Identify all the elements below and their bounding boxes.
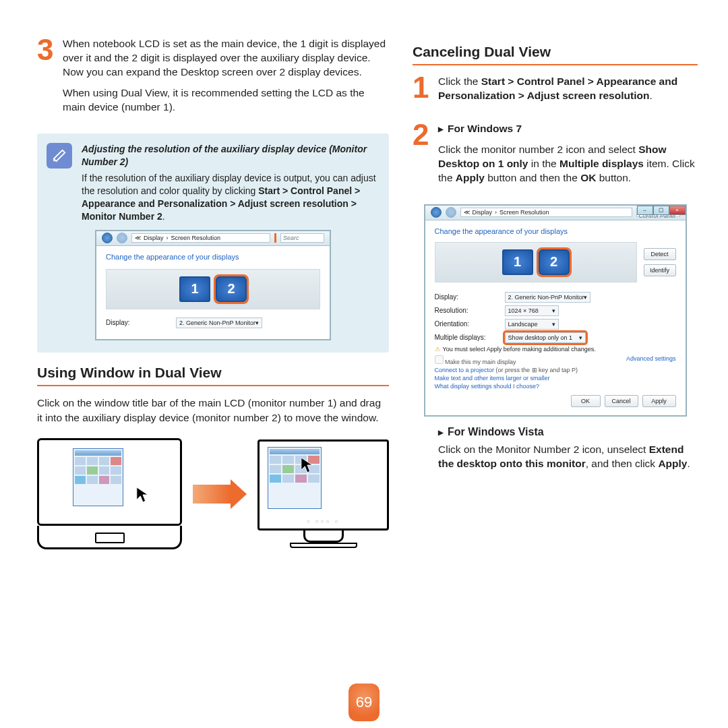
orientation-label: Orientation:	[435, 320, 495, 328]
apply-button[interactable]: Apply	[642, 395, 676, 407]
monitor-1-icon[interactable]: 1	[502, 249, 533, 275]
monitor-1-icon[interactable]: 1	[179, 276, 210, 302]
for-windows-vista: For Windows Vista	[438, 426, 544, 437]
screenshot-screen-resolution-2: ≪ Display › Screen Resolution Search Con…	[424, 204, 687, 417]
nav-forward-icon[interactable]	[446, 207, 456, 218]
nav-back-icon[interactable]	[102, 233, 113, 243]
what-display-settings-link[interactable]: What display settings should I choose?	[435, 383, 676, 390]
tip-body: If the resolution of the auxiliary displ…	[82, 172, 381, 223]
section-title-canceling: Canceling Dual View	[413, 44, 698, 65]
display-select[interactable]: 2. Generic Non-PnP Monitor▾	[176, 317, 262, 328]
for-windows-vista-block: For Windows Vista Click on the Monitor N…	[438, 426, 698, 471]
breadcrumb[interactable]: ≪ Display › Screen Resolution	[131, 233, 270, 243]
make-text-larger-link[interactable]: Make text and other items larger or smal…	[435, 375, 676, 382]
multiple-displays-select[interactable]: Show desktop only on 1▾	[505, 332, 586, 343]
resolution-select[interactable]: 1024 × 768▾	[505, 305, 559, 316]
tip-box: Adjusting the resolution of the auxiliar…	[37, 133, 389, 353]
display-label: Display:	[435, 293, 495, 301]
monitor-2-icon[interactable]: 2	[216, 276, 247, 302]
display-select[interactable]: 2. Generic Non-PnP Monitor▾	[505, 292, 591, 303]
step-number: 2	[413, 122, 431, 192]
step-3-p2: When using Dual View, it is recommended …	[63, 86, 389, 115]
page-number-badge: 69	[348, 684, 380, 721]
multiple-displays-label: Multiple displays:	[435, 334, 495, 341]
orientation-select[interactable]: Landscape▾	[505, 319, 559, 330]
make-main-display-checkbox[interactable]	[435, 355, 444, 364]
arrow-right-icon	[193, 479, 247, 509]
resolution-label: Resolution:	[435, 307, 495, 314]
step-2: 2 For Windows 7 Click the monitor number…	[413, 122, 698, 192]
cursor-icon	[300, 456, 315, 474]
screenshot-screen-resolution-1: ≪ Display › Screen Resolution Searc Chan…	[95, 230, 331, 340]
laptop-icon	[37, 438, 182, 549]
shot-heading: Change the appearance of your displays	[106, 253, 320, 261]
warning-text: ⚠You must select Apply before making add…	[435, 346, 676, 353]
cancel-button[interactable]: Cancel	[605, 395, 638, 407]
section-body-using-window: Click on the window title bar of the mai…	[37, 396, 389, 425]
maximize-icon[interactable]: ▢	[653, 206, 669, 215]
step-3: 3 When notebook LCD is set as the main d…	[37, 37, 389, 121]
external-monitor-icon: ○ ○○○ ○	[257, 439, 389, 548]
nav-forward-icon[interactable]	[117, 233, 127, 243]
tip-title: Adjusting the resolution of the auxiliar…	[82, 143, 381, 169]
section-title-using-window: Using Window in Dual View	[37, 365, 389, 386]
search-input[interactable]: Searc	[280, 233, 324, 243]
warning-icon: ⚠	[435, 346, 440, 353]
minimize-icon[interactable]: –	[637, 206, 653, 215]
breadcrumb[interactable]: ≪ Display › Screen Resolution	[460, 208, 632, 217]
step-number: 1	[413, 75, 431, 110]
pencil-note-icon	[47, 143, 72, 169]
cursor-icon	[135, 486, 150, 504]
close-icon[interactable]: ×	[669, 206, 686, 215]
for-windows-7: For Windows 7	[438, 123, 522, 134]
monitor-buttons-icon: ○ ○○○ ○	[307, 518, 340, 524]
step-number: 3	[37, 37, 56, 121]
detect-button[interactable]: Detect	[644, 248, 676, 260]
step-3-p1: When notebook LCD is set as the main dev…	[63, 37, 389, 80]
ok-button[interactable]: OK	[571, 395, 601, 407]
advanced-settings-link[interactable]: Advanced settings	[626, 355, 676, 365]
step-1: 1 Click the Start > Control Panel > Appe…	[413, 75, 698, 110]
shot-heading: Change the appearance of your displays	[435, 227, 676, 235]
display-label: Display:	[106, 319, 166, 326]
drag-window-illustration: ○ ○○○ ○	[37, 438, 389, 549]
monitor-2-icon[interactable]: 2	[539, 249, 570, 275]
connect-projector-link[interactable]: Connect to a projector (or press the ⊞ k…	[435, 367, 676, 373]
nav-back-icon[interactable]	[431, 207, 442, 218]
identify-button[interactable]: Identify	[644, 264, 676, 276]
